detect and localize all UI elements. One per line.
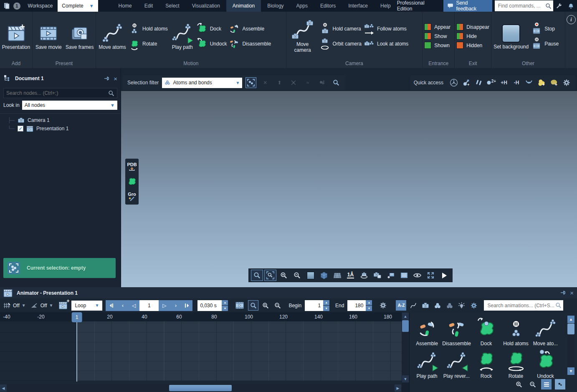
frame-time-spinbox[interactable]: ▲▼ <box>197 300 228 311</box>
scrollbar-thumb[interactable] <box>567 324 574 334</box>
frame-time-input[interactable] <box>197 300 222 311</box>
select-all-button[interactable] <box>245 77 256 88</box>
tab-animation[interactable]: Animation <box>226 0 261 12</box>
disassemble-button[interactable]: Disassemble <box>229 39 271 49</box>
snap-dropdown[interactable]: Off▼ <box>29 302 55 309</box>
add-bond-icon[interactable]: + <box>461 77 472 88</box>
set-charge-icon[interactable]: 2+ <box>486 77 497 88</box>
tab-edit[interactable]: Edit <box>138 0 159 12</box>
presets-zoom-out-icon[interactable] <box>527 379 538 389</box>
appear-button[interactable]: Appear <box>424 23 450 30</box>
timeline-zoom-out-icon[interactable] <box>272 300 283 311</box>
previous-keyframe-button[interactable]: ‹ <box>117 300 128 311</box>
settings-gears-icon[interactable] <box>561 77 572 88</box>
ribbon-info-icon[interactable]: i <box>567 15 576 24</box>
filter-group-icon[interactable] <box>444 300 455 311</box>
assemble-button[interactable]: Assemble <box>229 24 271 34</box>
preset-play-path[interactable]: Play path <box>412 347 442 379</box>
tab-select[interactable]: Select <box>159 0 185 12</box>
tile-view-icon[interactable] <box>555 379 565 389</box>
play-path-button[interactable]: Play path <box>170 22 195 50</box>
timeline-grid-dropdown[interactable]: Off▼ <box>2 302 28 309</box>
scroll-right-icon[interactable]: ▶ <box>395 384 401 392</box>
export-movie-button[interactable] <box>233 300 246 311</box>
tab-biology[interactable]: Biology <box>261 0 290 12</box>
fetch-pdb-button[interactable]: PDB <box>126 160 138 173</box>
preset-undock[interactable]: Undock <box>531 347 560 379</box>
preferences-wrench-icon[interactable] <box>553 0 565 12</box>
timeline-vertical-scrollbar[interactable]: ▲ ▼ <box>402 312 409 383</box>
search-nodes-box[interactable] <box>3 88 117 98</box>
spin-up-icon[interactable]: ▲ <box>222 300 228 306</box>
tree-item-presentation[interactable]: └─ ✓ Presentation 1 <box>8 124 121 133</box>
undock-button[interactable]: Undock <box>197 39 227 49</box>
scale-1angstrom-button[interactable]: 1Å <box>344 270 357 281</box>
go-to-start-button[interactable]: ⏴ <box>106 300 117 311</box>
spin-up-icon[interactable]: ▲ <box>323 300 329 306</box>
close-panel-icon[interactable]: × <box>114 76 117 82</box>
zoom-out-icon[interactable] <box>291 270 303 281</box>
select-up-button[interactable]: ⬆ <box>274 77 285 88</box>
select-similar-button[interactable]: ≈ <box>302 77 313 88</box>
begin-spinbox[interactable]: ▲▼ <box>305 300 329 311</box>
remove-hydrogens-button[interactable]: -H <box>511 77 522 88</box>
timeline-grid[interactable] <box>0 321 402 381</box>
search-animations-box[interactable] <box>484 300 563 311</box>
rotate-button[interactable]: Rotate <box>129 39 168 49</box>
next-keyframe-button[interactable]: › <box>170 300 181 311</box>
zoom-region-icon[interactable] <box>264 270 276 281</box>
set-background-button[interactable]: Set background <box>493 23 529 50</box>
gromacs-button[interactable]: Gro <box>126 190 138 203</box>
pause-button[interactable]: Pause <box>531 39 559 49</box>
find-commands-box[interactable] <box>495 0 553 11</box>
tab-apps[interactable]: Apps <box>290 0 314 12</box>
move-atoms-button[interactable]: Move atoms <box>98 22 127 50</box>
add-group-icon[interactable]: + <box>536 77 547 88</box>
orientation-cube-icon[interactable] <box>318 270 330 281</box>
scroll-down-icon[interactable]: ▼ <box>567 367 574 375</box>
spin-down-icon[interactable]: ▼ <box>323 306 329 311</box>
preset-hold-atoms[interactable]: Hold atoms <box>501 315 531 346</box>
spin-down-icon[interactable]: ▼ <box>222 306 228 311</box>
list-view-icon[interactable] <box>541 379 552 389</box>
close-panel-icon[interactable]: × <box>570 290 574 296</box>
search-animations-input[interactable] <box>487 303 555 309</box>
filter-path-icon[interactable] <box>408 300 418 311</box>
scroll-left-icon[interactable]: ◀ <box>0 384 7 392</box>
viewport[interactable]: Selection filter Atoms and bonds ▼ ✕ ⬆ ≈ <box>121 68 577 287</box>
stop-button[interactable]: Stop <box>531 24 559 34</box>
filter-molecule-icon[interactable] <box>432 300 443 311</box>
current-frame-marker[interactable]: 1 <box>72 312 82 322</box>
look-in-dropdown[interactable]: All nodes ▼ <box>22 101 117 110</box>
end-input[interactable] <box>347 300 366 311</box>
expand-selection-button[interactable] <box>288 77 299 88</box>
look-at-atoms-button[interactable]: Look at atoms <box>364 39 408 49</box>
hold-camera-button[interactable]: Hold camera <box>320 24 362 34</box>
preset-assemble[interactable]: Assemble <box>412 315 442 346</box>
presets-zoom-in-icon[interactable] <box>514 379 524 389</box>
viewport-canvas[interactable]: PDB Gro <box>121 91 577 287</box>
save-movie-button[interactable]: Save movie <box>34 22 63 50</box>
add-hydrogens-button[interactable]: +H <box>499 77 509 88</box>
scrollbar-thumb[interactable] <box>402 320 409 332</box>
fullscreen-icon[interactable] <box>425 270 437 281</box>
find-commands-input[interactable] <box>498 3 545 9</box>
thermometer-icon[interactable] <box>473 77 484 88</box>
minimize-energy-icon[interactable] <box>524 77 534 88</box>
zoom-to-selection-icon[interactable] <box>331 77 342 88</box>
search-icon[interactable] <box>108 90 114 96</box>
show-button[interactable]: Show <box>424 33 450 40</box>
timeline-ruler[interactable]: -40 -20 1 20 40 60 80 100 120 140 160 18… <box>0 312 402 321</box>
overlay-panel-icon[interactable] <box>398 270 410 281</box>
timeline-horizontal-scrollbar[interactable]: ◀ ▶ <box>0 384 402 392</box>
zoom-in-icon[interactable] <box>278 270 290 281</box>
save-view-icon[interactable] <box>371 270 383 281</box>
spin-up-icon[interactable]: ▲ <box>366 300 372 306</box>
scroll-up-icon[interactable]: ▲ <box>567 316 574 323</box>
step-back-button[interactable]: ◁ <box>128 300 139 311</box>
notifications-bell-icon[interactable] <box>565 0 577 12</box>
animator-settings-gear-icon[interactable] <box>378 300 388 311</box>
playhead[interactable] <box>76 321 77 382</box>
preset-play-reverse[interactable]: Play rever... <box>442 347 471 379</box>
tab-editors[interactable]: Editors <box>314 0 342 12</box>
